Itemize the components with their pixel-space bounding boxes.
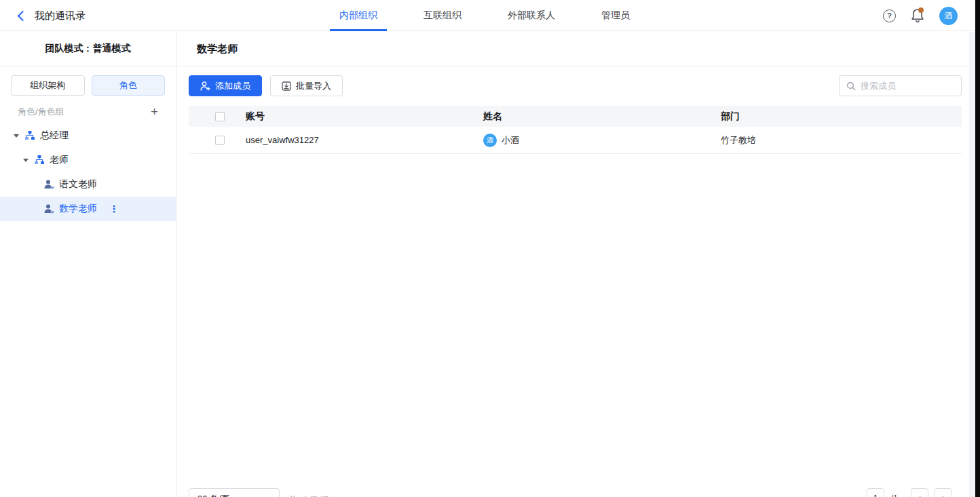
tree-item-chinese-teacher[interactable]: 语文老师 xyxy=(0,172,176,197)
role-person-icon xyxy=(43,179,54,190)
tree-item-label: 语文老师 xyxy=(59,178,97,191)
page: 我的通讯录 内部组织 互联组织 外部联系人 管理员 ? 酒 团队模式：普通模式 … xyxy=(0,0,980,497)
screen-edge-strip xyxy=(975,0,980,497)
members-table: 账号 姓名 部门 user_vaiwfw31227 酒 小酒 竹子教培 xyxy=(189,106,962,154)
notification-bell-icon[interactable] xyxy=(911,8,924,23)
back-button[interactable]: 我的通讯录 xyxy=(19,0,86,31)
total-count-label: 共1条数据 xyxy=(288,494,328,497)
member-avatar: 酒 xyxy=(483,134,497,147)
role-group-row: 角色/角色组 + xyxy=(0,96,176,122)
search-icon xyxy=(846,81,856,91)
member-search xyxy=(839,75,962,96)
content-title: 数学老师 xyxy=(197,43,238,56)
tree-item-label: 老师 xyxy=(50,154,69,166)
page-size-value: 30 条/页 xyxy=(197,493,230,497)
org-hierarchy-icon xyxy=(34,155,45,165)
search-input[interactable] xyxy=(861,81,954,91)
pager: 1 /1 ‹ › xyxy=(867,488,952,497)
role-person-icon xyxy=(43,203,54,214)
member-name: 小酒 xyxy=(502,134,519,146)
tree-item-label: 数学老师 xyxy=(59,203,97,215)
tree-item-teachers[interactable]: 老师 xyxy=(0,148,176,172)
tree-item-math-teacher[interactable]: 数学老师 ⋮ xyxy=(0,197,176,221)
chevron-down-icon: ∨ xyxy=(264,495,271,497)
content-header: 数学老师 xyxy=(177,32,969,66)
tab-connected-org[interactable]: 互联组织 xyxy=(414,0,471,31)
pagination: 30 条/页 ∨ 共1条数据 1 /1 ‹ › xyxy=(177,488,969,497)
tree-item-general-manager[interactable]: 总经理 xyxy=(0,123,176,148)
page-title: 我的通讯录 xyxy=(35,9,86,22)
tab-external-contacts[interactable]: 外部联系人 xyxy=(498,0,565,31)
next-page-button[interactable]: › xyxy=(935,488,952,497)
notification-dot xyxy=(918,7,924,13)
table-header: 账号 姓名 部门 xyxy=(189,106,962,127)
select-all-checkbox[interactable] xyxy=(215,112,225,121)
total-pages-label: /1 xyxy=(890,493,898,497)
view-toggle: 组织架构 角色 xyxy=(0,66,176,96)
role-tree: 总经理 老师 语文老师 xyxy=(0,123,176,221)
person-add-icon xyxy=(200,81,210,91)
add-member-label: 添加成员 xyxy=(215,80,250,92)
batch-import-button[interactable]: 批量导入 xyxy=(270,75,343,96)
page-size-select[interactable]: 30 条/页 ∨ xyxy=(189,488,280,497)
cell-name: 酒 小酒 xyxy=(483,134,721,147)
top-tabs: 内部组织 互联组织 外部联系人 管理员 xyxy=(330,0,639,31)
role-group-label: 角色/角色组 xyxy=(18,106,64,118)
prev-page-button[interactable]: ‹ xyxy=(911,488,928,497)
tree-item-label: 总经理 xyxy=(40,130,69,142)
cell-account: user_vaiwfw31227 xyxy=(246,135,483,145)
table-row[interactable]: user_vaiwfw31227 酒 小酒 竹子教培 xyxy=(189,127,962,154)
help-icon[interactable]: ? xyxy=(883,9,896,22)
column-header-account: 账号 xyxy=(246,111,483,123)
cell-department: 竹子教培 xyxy=(721,134,962,146)
topbar-actions: ? 酒 xyxy=(883,0,958,31)
top-bar: 我的通讯录 内部组织 互联组织 外部联系人 管理员 ? 酒 xyxy=(0,0,975,31)
add-role-icon[interactable]: + xyxy=(151,105,158,118)
import-icon xyxy=(282,81,291,91)
toolbar: 添加成员 批量导入 xyxy=(177,66,969,106)
role-button[interactable]: 角色 xyxy=(92,75,166,96)
tab-admin[interactable]: 管理员 xyxy=(592,0,639,31)
caret-down-icon[interactable] xyxy=(23,159,29,162)
scrollbar-track[interactable] xyxy=(969,32,975,497)
batch-import-label: 批量导入 xyxy=(296,80,331,92)
user-avatar[interactable]: 酒 xyxy=(939,7,958,25)
add-member-button[interactable]: 添加成员 xyxy=(189,75,262,96)
current-page-box[interactable]: 1 xyxy=(867,488,884,497)
team-mode-label: 团队模式：普通模式 xyxy=(0,32,176,66)
row-checkbox[interactable] xyxy=(215,136,225,145)
org-hierarchy-icon xyxy=(24,130,35,141)
sidebar: 团队模式：普通模式 组织架构 角色 角色/角色组 + 总经理 xyxy=(0,32,176,497)
caret-down-icon[interactable] xyxy=(14,134,19,138)
back-chevron-icon xyxy=(18,11,29,22)
more-options-icon[interactable]: ⋮ xyxy=(109,203,119,214)
column-header-name: 姓名 xyxy=(483,111,721,123)
main-panel: 数学老师 添加成员 批量导 xyxy=(177,32,969,497)
column-header-department: 部门 xyxy=(721,111,962,123)
tab-internal-org[interactable]: 内部组织 xyxy=(330,0,387,31)
org-structure-button[interactable]: 组织架构 xyxy=(11,75,85,96)
